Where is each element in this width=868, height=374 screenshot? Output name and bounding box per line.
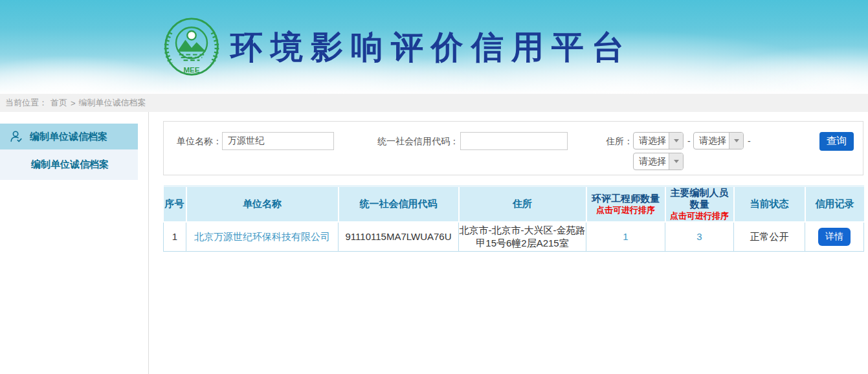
sidebar-subitem-label: 编制单位诚信档案	[31, 159, 109, 171]
chevron-down-icon[interactable]	[729, 133, 743, 149]
breadcrumb-label: 当前位置：	[5, 97, 47, 109]
table-header-row: 序号 单位名称 统一社会信用代码 住所 环评工程师数量 点击可进行排序 主要编制…	[164, 186, 864, 223]
header-credit-code: 统一社会信用代码	[339, 186, 459, 223]
address-dash-1: -	[687, 136, 691, 146]
header-engineer-count-label: 环评工程师数量	[587, 193, 665, 204]
city-select-value: 请选择	[694, 133, 729, 149]
district-select[interactable]: 请选择	[633, 153, 684, 170]
sidebar-subitem-credit-archive[interactable]: 编制单位诚信档案	[0, 149, 138, 180]
company-name-label: 单位名称：	[177, 136, 222, 148]
province-select[interactable]: 请选择	[633, 132, 684, 149]
breadcrumb-separator: >	[71, 98, 76, 108]
engineer-sort-hint[interactable]: 点击可进行排序	[587, 204, 665, 215]
header-engineer-count-sortable[interactable]: 环评工程师数量 点击可进行排序	[586, 186, 665, 223]
header-credit-record: 信用记录	[805, 186, 864, 223]
header-company: 单位名称	[186, 186, 339, 223]
header-status: 当前状态	[734, 186, 805, 223]
credit-code-input[interactable]	[460, 132, 568, 150]
header-address: 住所	[459, 186, 586, 223]
company-name-input[interactable]	[222, 132, 334, 150]
company-name-link[interactable]: 北京万源世纪环保科技有限公司	[194, 231, 330, 242]
breadcrumb-current: 编制单位诚信档案	[79, 97, 146, 109]
engineer-count-link[interactable]: 1	[623, 231, 628, 242]
credit-code-label: 统一社会信用代码：	[377, 136, 459, 148]
query-button[interactable]: 查询	[819, 132, 854, 151]
detail-button[interactable]: 详情	[818, 228, 851, 246]
search-panel: 单位名称： 统一社会信用代码： 住所： 请选择 - 请选择 - 请选择 查询	[163, 121, 863, 175]
sidebar-item-credit-archive[interactable]: 编制单位诚信档案	[0, 124, 138, 149]
results-table: 序号 单位名称 统一社会信用代码 住所 环评工程师数量 点击可进行排序 主要编制…	[163, 185, 864, 252]
breadcrumb-home-link[interactable]: 首页	[50, 97, 67, 109]
row-index: 1	[164, 222, 186, 251]
user-check-icon	[9, 129, 23, 144]
table-row: 1 北京万源世纪环保科技有限公司 91110115MA7LWUA76U 北京市-…	[164, 222, 864, 251]
staff-count-link[interactable]: 3	[696, 231, 702, 242]
header-staff-count-sortable[interactable]: 主要编制人员数量 点击可进行排序	[665, 186, 734, 223]
sidebar: 编制单位诚信档案 编制单位诚信档案	[0, 112, 149, 374]
row-address: 北京市-北京市-大兴区-金苑路甲15号6幢2层A215室	[459, 222, 586, 251]
header-staff-count-label: 主要编制人员数量	[666, 187, 733, 210]
header-banner: MEE 环境影响评价信用平台	[0, 0, 868, 94]
staff-sort-hint[interactable]: 点击可进行排序	[666, 210, 733, 221]
page-title: 环境影响评价信用平台	[230, 26, 632, 69]
sidebar-item-label: 编制单位诚信档案	[30, 131, 107, 143]
main-content: 单位名称： 统一社会信用代码： 住所： 请选择 - 请选择 - 请选择 查询	[163, 112, 863, 374]
mee-logo-icon: MEE	[161, 16, 223, 78]
row-credit-code: 91110115MA7LWUA76U	[339, 222, 459, 251]
city-select[interactable]: 请选择	[693, 132, 744, 149]
province-select-value: 请选择	[634, 133, 669, 149]
address-label: 住所：	[606, 136, 633, 148]
header-index: 序号	[164, 186, 186, 223]
chevron-down-icon[interactable]	[669, 153, 683, 170]
breadcrumb: 当前位置： 首页 > 编制单位诚信档案	[0, 94, 868, 112]
mee-logo-text: MEE	[184, 66, 200, 74]
chevron-down-icon[interactable]	[669, 133, 683, 149]
row-status: 正常公开	[734, 222, 805, 251]
address-dash-2: -	[748, 136, 751, 146]
district-select-value: 请选择	[634, 153, 669, 170]
